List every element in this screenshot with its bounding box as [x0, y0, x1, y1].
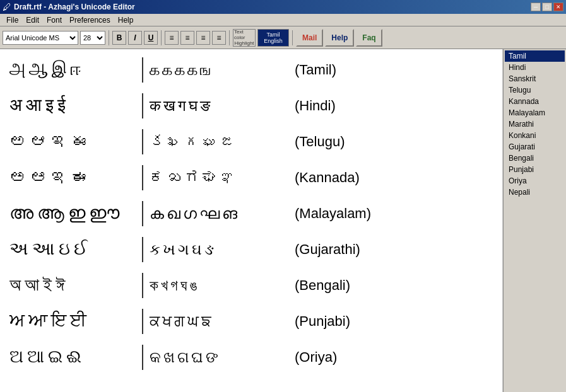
script-char: ஈ	[71, 59, 81, 80]
sidebar-item-punjabi[interactable]: Punjabi	[505, 164, 565, 175]
title-bar: 🖊 Draft.rtf - Azhagi's Unicode Editor ─ …	[0, 0, 566, 14]
script-char: आ	[26, 95, 42, 116]
mail-button[interactable]: Mail	[296, 29, 323, 47]
menu-help[interactable]: Help	[114, 14, 138, 26]
script-char: ਖ	[162, 313, 172, 330]
window-title: Draft.rtf - Azhagi's Unicode Editor	[14, 3, 135, 11]
script-char: খ	[161, 277, 168, 294]
sidebar-item-telugu[interactable]: Telugu	[505, 84, 565, 96]
script-label-0: (Tamil)	[288, 62, 336, 78]
script-char: அ	[9, 59, 25, 80]
script-char: ਅ	[9, 311, 25, 331]
script-label-6: (Bengali)	[288, 277, 350, 294]
script-char: ग	[178, 97, 186, 115]
sidebar-item-malayalam[interactable]: Malayalam	[505, 107, 565, 118]
help-button[interactable]: Help	[325, 29, 354, 47]
toolbar-sep-3	[229, 30, 230, 45]
maximize-button[interactable]: □	[542, 3, 552, 11]
script-divider-0	[142, 57, 143, 83]
script-char: ଈ	[66, 347, 81, 367]
script-char: ख	[163, 97, 175, 115]
script-char: ಞ	[220, 169, 235, 187]
menu-font[interactable]: Font	[43, 14, 66, 26]
minimize-button[interactable]: ─	[531, 3, 541, 11]
script-label-3: (Kannada)	[288, 170, 360, 186]
menu-preferences[interactable]: Preferences	[66, 14, 114, 26]
sidebar-item-marathi[interactable]: Marathi	[505, 118, 565, 130]
font-select[interactable]: Arial Unicode MS	[3, 31, 78, 45]
script-char: ಗ	[185, 169, 200, 187]
faq-button[interactable]: Faq	[356, 29, 382, 47]
text-color-button[interactable]: Text color Highlight	[233, 29, 256, 47]
title-bar-left: 🖊 Draft.rtf - Azhagi's Unicode Editor	[3, 2, 135, 12]
italic-button[interactable]: I	[128, 31, 142, 45]
script-label-1: (Hindi)	[288, 98, 336, 114]
editor-area[interactable]: அஆஇஈககககங(Tamil)अआइईकखगघङ(Hindi)అఆఇఈకఖగఘ…	[0, 49, 503, 392]
script-char: ఆ	[30, 131, 47, 152]
script-char: ಈ	[73, 167, 90, 188]
script-char: ଖ	[163, 349, 175, 366]
close-button[interactable]: ✕	[553, 3, 563, 11]
language-toggle-button[interactable]: Tamil English	[257, 29, 289, 47]
script-char: ഘ	[199, 205, 220, 222]
script-char: ই	[43, 275, 52, 296]
script-label-8: (Oriya)	[288, 349, 337, 366]
script-char: ਘ	[187, 313, 199, 330]
script-char: ക	[150, 205, 164, 222]
script-char: ଘ	[191, 349, 203, 366]
script-char: க	[175, 61, 185, 79]
script-char: આ	[32, 239, 55, 260]
script-char: ঙ	[190, 277, 198, 294]
script-char: గ	[185, 133, 200, 151]
toolbar-sep-2	[161, 30, 162, 45]
sidebar-item-bengali[interactable]: Bengali	[505, 153, 565, 164]
menu-edit[interactable]: Edit	[22, 14, 43, 26]
align-left-button[interactable]: ≡	[165, 31, 179, 45]
sidebar-item-kannada[interactable]: Kannada	[505, 96, 565, 107]
script-char: క	[150, 133, 165, 151]
script-col2-7: ਕਖਗਘਙ	[150, 313, 288, 330]
script-char: ಅ	[9, 167, 27, 188]
script-char: অ	[9, 275, 21, 296]
script-row-8: ଅଆଇଈକଖଗଘଙ(Oriya)	[9, 343, 493, 371]
script-char: इ	[45, 95, 54, 116]
script-divider-2	[142, 129, 143, 154]
menu-file[interactable]: File	[3, 14, 22, 26]
bold-button[interactable]: B	[112, 31, 126, 45]
script-label-5: (Gujarathi)	[288, 241, 360, 258]
sidebar-item-gujarati[interactable]: Gujarati	[505, 141, 565, 153]
script-col1-8: ଅଆଇଈ	[9, 347, 136, 367]
toolbar-sep-4	[292, 30, 293, 45]
sidebar-item-oriya[interactable]: Oriya	[505, 175, 565, 187]
align-right-button[interactable]: ≡	[196, 31, 210, 45]
script-char: ঘ	[180, 277, 187, 294]
script-col2-8: କଖଗଘଙ	[150, 349, 288, 366]
size-select[interactable]: 28	[80, 31, 105, 45]
sidebar-item-tamil[interactable]: Tamil	[505, 50, 565, 62]
sidebar-item-hindi[interactable]: Hindi	[505, 62, 565, 73]
sidebar-item-nepali[interactable]: Nepali	[505, 187, 565, 198]
justify-button[interactable]: ≡	[212, 31, 226, 45]
script-char: क	[150, 97, 161, 115]
script-label-4: (Malayalam)	[288, 205, 371, 222]
script-row-5: અઆઇઈકખગઘઙ(Gujarathi)	[9, 235, 493, 263]
script-row-2: అఆఇఈకఖగఘజ(Telugu)	[9, 127, 493, 156]
script-char: আ	[25, 275, 39, 296]
script-char: ആ	[37, 203, 64, 224]
script-char: അ	[9, 203, 33, 224]
script-char: க	[187, 61, 198, 79]
sidebar-item-konkani[interactable]: Konkani	[505, 130, 565, 141]
script-col1-3: ಅಆಇಈ	[9, 167, 136, 188]
sidebar-item-sanskrit[interactable]: Sanskrit	[505, 73, 565, 84]
script-char: গ	[170, 277, 178, 294]
align-center-button[interactable]: ≡	[180, 31, 194, 45]
toolbar-sep-1	[109, 30, 109, 45]
script-char: இ	[52, 59, 67, 80]
script-char: ಆ	[30, 167, 47, 188]
underline-button[interactable]: U	[144, 31, 158, 45]
script-char: ఘ	[203, 133, 218, 151]
script-char: ઇ	[59, 239, 70, 260]
script-col1-1: अआइई	[9, 95, 136, 116]
script-char: ક	[150, 241, 160, 258]
script-row-3: ಅಆಇಈಕಖಗಘಞ(Kannada)	[9, 163, 493, 192]
